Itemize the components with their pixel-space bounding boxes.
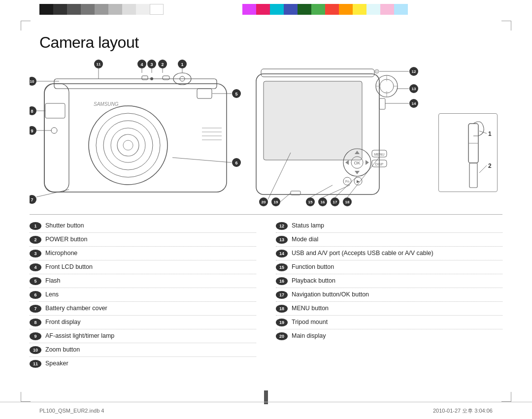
label-row: 10Zoom button <box>30 343 256 357</box>
label-row: 3Microphone <box>30 247 256 260</box>
label-number: 7 <box>30 305 41 313</box>
label-row: 14USB and A/V port (Accepts USB cable or… <box>276 247 502 260</box>
svg-rect-56 <box>261 69 374 77</box>
back-camera-diagram: OK MENU DISP Fn ▶ 12 13 <box>251 54 424 207</box>
svg-point-16 <box>51 128 57 133</box>
svg-text:6: 6 <box>235 161 237 165</box>
label-row: 13Mode dial <box>276 233 502 247</box>
svg-rect-15 <box>45 103 65 118</box>
label-number: 4 <box>30 263 41 271</box>
diagram-area: SAMSUNG 1 2 3 4 5 6 7 <box>30 54 502 212</box>
svg-point-64 <box>375 69 379 73</box>
label-row: 17Navigation button/OK button <box>276 288 502 302</box>
label-text: Function button <box>292 263 334 271</box>
label-number: 5 <box>30 277 41 285</box>
label-text: Mode dial <box>292 235 318 243</box>
svg-text:2: 2 <box>161 62 164 67</box>
svg-text:17: 17 <box>333 200 337 204</box>
label-row: 15Function button <box>276 260 502 274</box>
svg-text:16: 16 <box>321 200 325 204</box>
labels-right-column: 12Status lamp13Mode dial14USB and A/V po… <box>276 219 502 370</box>
svg-rect-8 <box>197 89 212 98</box>
label-text: POWER button <box>45 235 87 243</box>
label-number: 17 <box>276 291 288 299</box>
color-strip-left <box>39 4 164 15</box>
svg-text:3: 3 <box>150 62 153 67</box>
label-text: Flash <box>45 277 61 285</box>
label-text: AF-assist light/timer lamp <box>45 332 114 340</box>
svg-text:20: 20 <box>262 200 266 204</box>
label-row: 20Main display <box>276 329 502 343</box>
svg-rect-2 <box>44 84 69 192</box>
svg-text:▶: ▶ <box>357 179 360 184</box>
label-text: Main display <box>292 332 326 340</box>
svg-text:12: 12 <box>412 69 416 74</box>
svg-marker-70 <box>355 171 360 174</box>
label-number: 13 <box>276 236 288 244</box>
section-divider <box>30 214 502 215</box>
svg-line-93 <box>310 185 332 197</box>
top-color-bar <box>0 0 532 19</box>
label-row: 12Status lamp <box>276 219 502 233</box>
label-row: 5Flash <box>30 274 256 288</box>
footer: PL100_QSM_EUR2.indb 4 2010-01-27 오후 3:04… <box>0 402 532 419</box>
strap-detail: 1 2 <box>438 113 498 192</box>
svg-line-42 <box>36 190 69 197</box>
svg-text:5: 5 <box>235 92 237 97</box>
label-number: 10 <box>30 346 41 354</box>
crop-mark-tl <box>21 21 31 31</box>
svg-line-115 <box>479 165 487 173</box>
svg-rect-0 <box>44 84 227 192</box>
svg-rect-65 <box>379 98 385 109</box>
label-text: Battery chamber cover <box>45 304 107 312</box>
label-text: Front display <box>45 318 81 326</box>
crop-mark-br <box>501 392 511 402</box>
crop-mark-bl <box>21 392 31 402</box>
svg-text:8: 8 <box>31 109 33 114</box>
label-number: 20 <box>276 332 288 340</box>
label-number: 11 <box>30 360 41 368</box>
label-text: Microphone <box>45 249 77 257</box>
svg-text:14: 14 <box>412 101 416 106</box>
label-row: 9AF-assist light/timer lamp <box>30 329 256 343</box>
svg-text:SAMSUNG: SAMSUNG <box>94 101 119 107</box>
front-camera-diagram: SAMSUNG 1 2 3 4 5 6 7 <box>30 54 246 207</box>
label-text: Lens <box>45 290 59 298</box>
label-number: 16 <box>276 277 288 285</box>
svg-rect-5 <box>163 76 169 80</box>
svg-point-59 <box>380 79 394 93</box>
svg-marker-72 <box>366 160 369 165</box>
label-row: 18MENU button <box>276 302 502 316</box>
svg-text:10: 10 <box>30 79 34 84</box>
svg-marker-71 <box>345 160 349 165</box>
svg-text:1: 1 <box>181 62 183 67</box>
label-number: 15 <box>276 263 288 271</box>
svg-point-9 <box>89 106 167 185</box>
svg-line-102 <box>347 157 379 197</box>
label-number: 19 <box>276 319 288 326</box>
svg-text:19: 19 <box>274 200 278 204</box>
label-row: 2POWER button <box>30 233 256 247</box>
label-text: Shutter button <box>45 222 84 229</box>
label-text: Front LCD button <box>45 263 93 271</box>
svg-rect-111 <box>469 163 477 188</box>
svg-text:2: 2 <box>488 162 492 169</box>
color-strip-right <box>242 4 408 15</box>
label-number: 6 <box>30 291 41 299</box>
svg-text:4: 4 <box>140 62 143 67</box>
label-row: 6Lens <box>30 288 256 302</box>
svg-line-39 <box>172 158 232 162</box>
svg-point-12 <box>111 128 145 162</box>
svg-text:15: 15 <box>308 200 313 204</box>
label-number: 9 <box>30 332 41 340</box>
label-row: 8Front display <box>30 316 256 329</box>
label-row: 1Shutter button <box>30 219 256 233</box>
label-text: Tripod mount <box>292 318 328 326</box>
label-number: 8 <box>30 319 41 326</box>
svg-text:MENU: MENU <box>374 153 385 156</box>
label-text: USB and A/V port (Accepts USB cable or A… <box>292 249 433 257</box>
label-text: Status lamp <box>292 222 324 229</box>
svg-text:Fn: Fn <box>345 180 349 183</box>
label-number: 14 <box>276 250 288 258</box>
label-row: 7Battery chamber cover <box>30 302 256 316</box>
